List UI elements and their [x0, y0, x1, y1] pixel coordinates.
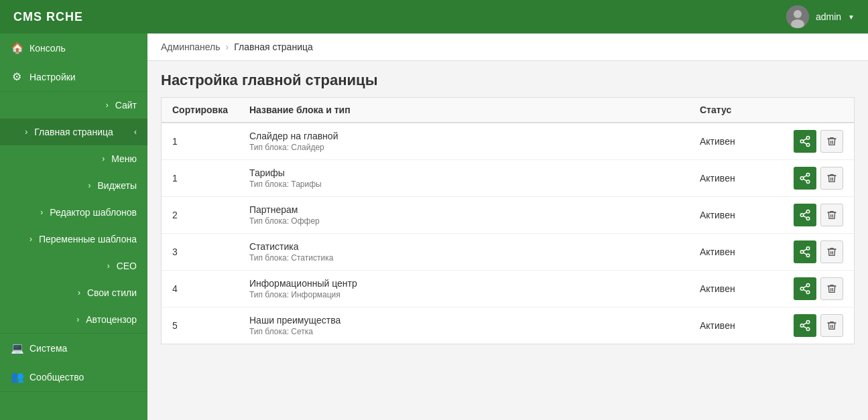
sidebar-label-menu: Меню: [111, 153, 137, 164]
table-row: 1 Слайдер на главной Тип блока: Слайдер …: [162, 123, 854, 160]
system-icon: 💻: [11, 342, 23, 354]
chevron-right-icon: ›: [78, 288, 80, 297]
sidebar-item-widgets[interactable]: › Виджеты: [0, 172, 147, 199]
breadcrumb-separator: ›: [226, 42, 229, 52]
svg-line-17: [803, 212, 806, 214]
svg-line-21: [803, 253, 806, 255]
svg-point-8: [806, 173, 810, 177]
sidebar-item-home-page[interactable]: › Главная страница ‹: [0, 119, 147, 145]
svg-line-26: [803, 289, 806, 291]
cell-status: Активен: [689, 307, 783, 344]
sidebar-item-system[interactable]: 💻 Система: [0, 334, 147, 362]
cell-block-info: Наши преимущества Тип блока: Сетка: [239, 307, 689, 344]
action-buttons: [794, 240, 843, 263]
chevron-right-icon: ›: [40, 208, 43, 217]
block-name: Информационный центр: [249, 278, 678, 289]
col-header-status: Статус: [689, 98, 783, 123]
share-button[interactable]: [794, 167, 816, 190]
cell-actions: [783, 123, 854, 160]
share-button[interactable]: [794, 277, 816, 300]
page-title: Настройка главной страницы: [161, 72, 855, 89]
breadcrumb-root[interactable]: Админпанель: [161, 42, 221, 52]
sidebar-label-site: Сайт: [115, 100, 137, 111]
sidebar-item-template-editor[interactable]: › Редактор шаблонов: [0, 199, 147, 226]
block-name: Партнерам: [249, 204, 678, 215]
sidebar-item-ceo[interactable]: › CEO: [0, 253, 147, 279]
svg-point-28: [806, 321, 810, 324]
chevron-right-icon: ›: [102, 154, 105, 163]
svg-line-27: [803, 286, 806, 288]
delete-button[interactable]: [820, 240, 843, 263]
svg-point-10: [806, 180, 810, 184]
cell-sort: 4: [162, 271, 239, 307]
delete-button[interactable]: [820, 130, 843, 153]
sidebar-item-autocensor[interactable]: › Автоцензор: [0, 306, 147, 333]
share-button[interactable]: [794, 130, 816, 153]
sidebar-item-community[interactable]: 👥 Сообщество: [0, 362, 147, 391]
chevron-right-icon: ›: [106, 100, 109, 110]
delete-button[interactable]: [820, 277, 843, 300]
col-header-name: Название блока и тип: [239, 98, 689, 123]
chevron-left-icon: ‹: [134, 127, 137, 137]
breadcrumb-current: Главная страница: [234, 42, 313, 52]
cell-status: Активен: [689, 271, 783, 307]
cell-sort: 3: [162, 234, 239, 271]
svg-line-7: [803, 139, 806, 141]
svg-point-30: [806, 328, 810, 331]
sidebar-item-template-vars[interactable]: › Переменные шаблона: [0, 226, 147, 253]
sidebar-top-section: 🏠 Консоль ⚙ Настройки: [0, 33, 147, 92]
blocks-table: Сортировка Название блока и тип Статус 1…: [162, 98, 854, 344]
status-badge: Активен: [700, 320, 735, 331]
chevron-right-icon: ›: [29, 234, 32, 244]
svg-line-31: [803, 326, 806, 328]
community-icon: 👥: [11, 370, 23, 383]
cell-status: Активен: [689, 197, 783, 234]
action-buttons: [794, 314, 843, 337]
sidebar-label-autocensor: Автоцензор: [86, 314, 137, 325]
delete-button[interactable]: [820, 314, 843, 337]
cell-actions: [783, 307, 854, 344]
blocks-table-container: Сортировка Название блока и тип Статус 1…: [161, 97, 855, 344]
col-header-sort: Сортировка: [162, 98, 239, 123]
sidebar-nav-section: › Сайт › Главная страница ‹ › Меню › Вид…: [0, 92, 147, 334]
sidebar-label-template-editor: Редактор шаблонов: [50, 207, 137, 218]
gear-icon: ⚙: [11, 70, 23, 83]
svg-point-9: [800, 177, 804, 180]
user-menu[interactable]: admin ▼: [786, 5, 855, 28]
sidebar-item-menu[interactable]: › Меню: [0, 145, 147, 172]
sidebar-item-console[interactable]: 🏠 Консоль: [0, 33, 147, 62]
cell-sort: 1: [162, 160, 239, 197]
block-type: Тип блока: Сетка: [249, 327, 678, 336]
cell-block-info: Партнерам Тип блока: Оффер: [239, 197, 689, 234]
home-icon: 🏠: [11, 42, 23, 54]
sidebar-label-console: Консоль: [29, 43, 66, 54]
cell-actions: [783, 234, 854, 271]
svg-point-3: [806, 137, 810, 140]
sidebar-label-community: Сообщество: [29, 372, 84, 382]
status-badge: Активен: [700, 210, 735, 220]
svg-point-24: [800, 287, 804, 291]
breadcrumb: Админпанель › Главная страница: [147, 33, 868, 61]
cell-block-info: Слайдер на главной Тип блока: Слайдер: [239, 123, 689, 160]
cell-block-info: Информационный центр Тип блока: Информац…: [239, 271, 689, 307]
main-content: Админпанель › Главная страница Настройка…: [147, 33, 868, 420]
share-button[interactable]: [794, 240, 816, 263]
app-logo: CMS RCHE: [13, 10, 83, 24]
block-type: Тип блока: Тарифы: [249, 180, 678, 189]
svg-line-32: [803, 323, 806, 325]
table-row: 5 Наши преимущества Тип блока: Сетка Акт…: [162, 307, 854, 344]
sidebar-label-system: Система: [29, 343, 67, 354]
chevron-right-icon: ›: [76, 315, 79, 324]
cell-actions: [783, 160, 854, 197]
share-button[interactable]: [794, 204, 816, 226]
sidebar-item-settings[interactable]: ⚙ Настройки: [0, 62, 147, 91]
cell-status: Активен: [689, 160, 783, 197]
sidebar-item-own-styles[interactable]: › Свои стили: [0, 279, 147, 306]
svg-point-15: [806, 217, 810, 220]
svg-point-5: [806, 143, 810, 147]
status-badge: Активен: [700, 247, 735, 257]
delete-button[interactable]: [820, 204, 843, 226]
delete-button[interactable]: [820, 167, 843, 190]
share-button[interactable]: [794, 314, 816, 337]
sidebar-item-site[interactable]: › Сайт: [0, 92, 147, 119]
